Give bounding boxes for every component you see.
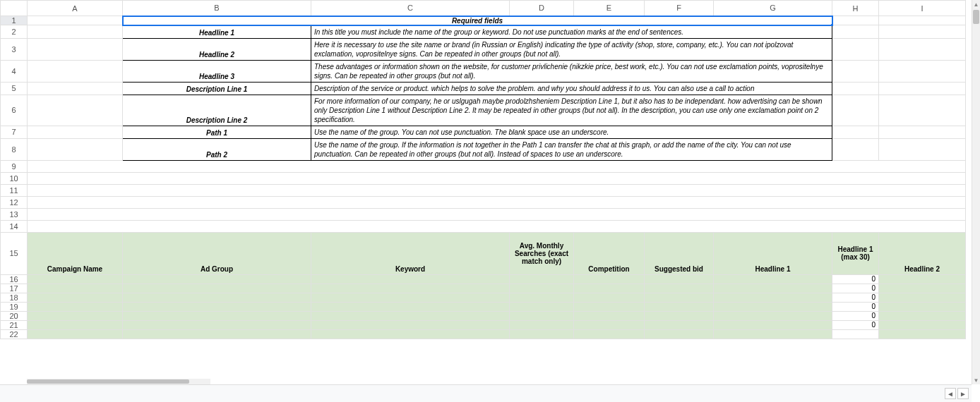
table-header[interactable]: Competition bbox=[574, 232, 645, 274]
cell[interactable] bbox=[645, 274, 714, 284]
field-desc[interactable]: In this title you must include the name … bbox=[311, 25, 832, 39]
cell[interactable] bbox=[574, 302, 645, 311]
cell[interactable] bbox=[832, 82, 879, 95]
vertical-scrollbar[interactable]: ▲ ▼ bbox=[972, 0, 980, 384]
column-header-row[interactable]: A B C D E F G H I bbox=[1, 1, 966, 16]
table-header[interactable]: Campaign Name bbox=[28, 232, 123, 274]
cell[interactable] bbox=[510, 284, 574, 293]
field-desc[interactable]: Use the name of the group. You can not u… bbox=[311, 126, 832, 138]
field-desc[interactable]: For more information of our company, he … bbox=[311, 95, 832, 126]
cell[interactable] bbox=[574, 311, 645, 320]
cell[interactable] bbox=[311, 311, 510, 320]
table-header[interactable]: Headline 1 bbox=[714, 232, 832, 274]
cell[interactable] bbox=[123, 311, 311, 320]
cell[interactable] bbox=[123, 302, 311, 311]
cell[interactable] bbox=[879, 284, 966, 293]
cell[interactable] bbox=[510, 329, 574, 339]
horizontal-scrollbar[interactable] bbox=[27, 379, 210, 384]
row-header[interactable]: 20 bbox=[1, 311, 28, 320]
cell[interactable] bbox=[311, 302, 510, 311]
scroll-up-icon[interactable]: ▲ bbox=[972, 0, 980, 8]
horizontal-scroll-thumb[interactable] bbox=[27, 379, 189, 384]
cell[interactable]: 0 bbox=[832, 320, 879, 329]
table-header[interactable]: Avg. Monthly Searches (exact match only) bbox=[510, 232, 574, 274]
cell[interactable] bbox=[645, 311, 714, 320]
cell[interactable] bbox=[879, 138, 966, 160]
col-header[interactable]: G bbox=[714, 1, 832, 16]
field-desc[interactable]: Description of the service or product. w… bbox=[311, 82, 832, 95]
row-header[interactable]: 10 bbox=[1, 172, 28, 184]
cell[interactable]: 0 bbox=[832, 284, 879, 293]
col-header[interactable]: F bbox=[645, 1, 714, 16]
row-header[interactable]: 21 bbox=[1, 320, 28, 329]
row-header[interactable]: 5 bbox=[1, 82, 28, 95]
cell[interactable] bbox=[28, 82, 123, 95]
cell[interactable] bbox=[28, 329, 123, 339]
cell[interactable] bbox=[832, 38, 879, 60]
cell[interactable] bbox=[123, 293, 311, 302]
cell[interactable] bbox=[123, 274, 311, 284]
cell[interactable] bbox=[879, 82, 966, 95]
cell[interactable] bbox=[879, 60, 966, 82]
cell[interactable] bbox=[28, 126, 123, 138]
cell[interactable] bbox=[510, 311, 574, 320]
cell[interactable] bbox=[28, 38, 123, 60]
table-header[interactable]: Headline 2 bbox=[879, 232, 966, 274]
cell[interactable] bbox=[645, 320, 714, 329]
cell[interactable] bbox=[832, 95, 879, 126]
row-header[interactable]: 12 bbox=[1, 196, 28, 208]
cell[interactable] bbox=[645, 329, 714, 339]
cell[interactable] bbox=[123, 320, 311, 329]
cell[interactable] bbox=[28, 16, 123, 25]
cell[interactable] bbox=[645, 302, 714, 311]
cell[interactable] bbox=[28, 95, 123, 126]
row-header[interactable]: 3 bbox=[1, 38, 28, 60]
cell[interactable] bbox=[832, 138, 879, 160]
cell[interactable] bbox=[574, 274, 645, 284]
table-header[interactable]: Ad Group bbox=[123, 232, 311, 274]
cell[interactable] bbox=[28, 284, 123, 293]
cell[interactable] bbox=[879, 126, 966, 138]
col-header[interactable]: H bbox=[832, 1, 879, 16]
cell[interactable] bbox=[574, 284, 645, 293]
cell[interactable] bbox=[879, 329, 966, 339]
field-label[interactable]: Headline 2 bbox=[123, 38, 311, 60]
cell[interactable]: 0 bbox=[832, 274, 879, 284]
col-header[interactable]: D bbox=[510, 1, 574, 16]
row-header[interactable]: 15 bbox=[1, 232, 28, 274]
field-desc[interactable]: Use the name of the group. If the inform… bbox=[311, 138, 832, 160]
cell[interactable] bbox=[714, 311, 832, 320]
cell[interactable] bbox=[832, 126, 879, 138]
cell[interactable] bbox=[28, 293, 123, 302]
table-header[interactable]: Headline 1 (max 30) bbox=[832, 232, 879, 274]
selection-handle[interactable] bbox=[830, 23, 832, 25]
cell[interactable] bbox=[28, 196, 966, 208]
row-header[interactable]: 18 bbox=[1, 293, 28, 302]
tab-scroll-right-button[interactable]: ► bbox=[957, 388, 969, 399]
row-header[interactable]: 17 bbox=[1, 284, 28, 293]
required-fields-header[interactable]: Required fields bbox=[123, 16, 832, 25]
cell[interactable] bbox=[714, 293, 832, 302]
cell[interactable] bbox=[879, 311, 966, 320]
cell[interactable] bbox=[28, 60, 123, 82]
table-header[interactable]: Suggested bid bbox=[645, 232, 714, 274]
field-label[interactable]: Description Line 2 bbox=[123, 95, 311, 126]
cell[interactable] bbox=[311, 320, 510, 329]
row-header[interactable]: 9 bbox=[1, 160, 28, 172]
cell[interactable]: 0 bbox=[832, 302, 879, 311]
cell[interactable] bbox=[510, 274, 574, 284]
field-label[interactable]: Headline 1 bbox=[123, 25, 311, 39]
spreadsheet-grid[interactable]: A B C D E F G H I 1 Required fields 2 He… bbox=[0, 0, 980, 384]
col-header[interactable]: B bbox=[123, 1, 311, 16]
cell[interactable] bbox=[311, 293, 510, 302]
cell[interactable]: 0 bbox=[832, 311, 879, 320]
select-all-corner[interactable] bbox=[1, 1, 28, 16]
row-header[interactable]: 8 bbox=[1, 138, 28, 160]
cell[interactable] bbox=[879, 302, 966, 311]
col-header[interactable]: A bbox=[28, 1, 123, 16]
field-label[interactable]: Headline 3 bbox=[123, 60, 311, 82]
row-header[interactable]: 13 bbox=[1, 208, 28, 220]
cell[interactable] bbox=[574, 329, 645, 339]
cell[interactable] bbox=[714, 302, 832, 311]
cell[interactable] bbox=[714, 329, 832, 339]
